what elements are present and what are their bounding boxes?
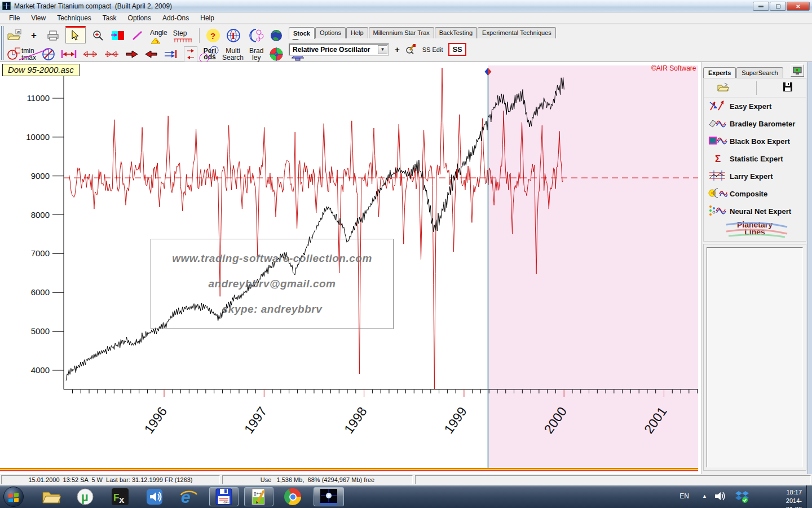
toolbar-grip[interactable] [1,26,4,60]
supersearch-button[interactable]: SS [448,43,466,56]
multi-search-button[interactable]: MultiSearch [222,46,244,62]
bradley-barometer-icon [708,117,727,132]
print-button[interactable] [46,28,60,43]
menubar: File View Techniques Task Options Add-On… [0,12,812,24]
expert-item-neural-net-expert[interactable]: Neural Net Expert [704,203,806,220]
taskbar-ie-icon[interactable]: e [177,488,201,506]
close-button[interactable]: ✕ [787,2,810,11]
y-tick-label: 11000 [27,93,50,103]
taskbar-editor-app-button[interactable]: []++ [244,487,273,506]
bradley-button[interactable]: Bradley [249,46,263,62]
year-label: 1997 [241,404,270,436]
angle-tool-button[interactable]: Angle [150,28,167,43]
ss-edit-label[interactable]: SS Edit [422,46,443,53]
tab-experts[interactable]: Experts [703,67,736,78]
target-button[interactable] [269,46,284,62]
shift-right-button[interactable] [125,46,139,62]
experts-panel: Experts SuperSearch Easy [701,62,807,474]
range-bars-arrow-button[interactable] [61,46,77,62]
help-tool-button[interactable]: ? [206,29,220,42]
contract-arrow-button[interactable] [104,46,120,62]
easy-expert-icon [708,99,727,115]
chart-file-label[interactable]: Dow 95-2000.asc [2,64,80,76]
start-button[interactable] [3,487,24,507]
taskbar-explorer-icon[interactable] [39,488,63,506]
menu-help[interactable]: Help [195,13,220,23]
step-tool-button[interactable]: Step [173,28,192,43]
periods-button[interactable]: Periods [203,46,217,62]
zoom-tool-button[interactable] [91,28,105,43]
menu-techniques[interactable]: Techniques [51,13,97,23]
oscillator-dropdown[interactable]: Relative Price Oscillator ▼ [289,43,389,56]
restore-button[interactable] [770,2,786,11]
tray-time: 18:17 [786,488,802,497]
bottom-stripe [0,469,698,471]
neural-net-expert-icon [708,204,727,219]
nudge-buttons[interactable] [184,46,197,62]
taskbar-market-trader-button[interactable] [314,487,344,506]
tray-date: 2014-01-30 [786,497,802,508]
dropdown-arrow-icon[interactable]: ▼ [378,45,387,54]
minimize-button[interactable] [753,2,769,11]
experts-list: Easy Expert Bradley Barometer Black Box … [703,78,806,242]
y-tick-label: 6000 [31,287,50,297]
edit-search-button[interactable] [405,43,417,56]
show-desktop-button[interactable] [806,485,812,508]
results-panel-body[interactable] [707,247,803,467]
expand-arrow-button[interactable] [82,46,98,62]
add-button[interactable]: + [27,28,41,43]
color-block-tool-button[interactable] [111,28,125,43]
tab-stock[interactable]: Stock [289,27,315,39]
save-expert-button[interactable] [783,82,793,94]
app-icon [2,2,11,10]
time-range-button[interactable]: tmintmax [7,46,36,62]
pointer-tool-button[interactable] [65,26,86,43]
expert-item-composite[interactable]: Composite [704,185,806,203]
bottom-stripe [0,470,698,471]
year-label: 1996 [141,404,170,436]
tray-language[interactable]: EN [679,492,689,500]
load-expert-button[interactable] [717,82,730,94]
goto-end-button[interactable] [164,46,178,62]
tab-help[interactable]: Help [346,27,368,38]
monitor-view-button[interactable] [791,64,804,77]
tab-millennium-star-trax[interactable]: Millennium Star Trax [369,27,434,38]
y-tick-label: 7000 [31,248,50,258]
client-area: 1100010000900080007000600050004000199619… [0,62,812,474]
moon-cycles-button[interactable] [247,28,264,43]
menu-file[interactable]: File [3,13,25,23]
svg-text:x: x [119,494,125,505]
menu-view[interactable]: View [25,13,51,23]
menu-addons[interactable]: Add-Ons [157,13,195,23]
taskbar-floppy-app-button[interactable]: -64- [209,487,239,506]
taskbar-utorrent-icon[interactable]: µ [73,488,97,506]
watermark-box: www.trading-software-collection.com andr… [151,239,394,329]
taskbar-chrome-icon[interactable] [281,488,304,506]
tab-backtesting[interactable]: BackTesting [435,27,477,38]
open-file-button[interactable]: w [7,28,21,43]
shift-left-button[interactable] [144,46,158,62]
taskbar-fx-icon[interactable]: Fx [108,488,132,506]
tray-expand-icon[interactable]: ▲ [702,493,707,499]
tray-volume-icon[interactable] [714,491,726,503]
tray-dropbox-icon[interactable] [735,490,749,505]
expert-item-planetary-lines[interactable]: Planetary Lines [704,221,806,236]
tab-options[interactable]: Options [315,27,346,38]
tab-supersearch[interactable]: SuperSearch [736,67,783,78]
chart-canvas[interactable]: 1100010000900080007000600050004000199619… [0,62,701,474]
expert-item-black-box-expert[interactable]: Black Box Expert [704,133,806,150]
expert-item-easy-expert[interactable]: Easy Expert [704,98,806,115]
cursor-diamond [484,68,488,76]
menu-task[interactable]: Task [97,13,122,23]
globe-button[interactable] [270,28,283,43]
time-globe-button[interactable]: T [226,28,241,43]
tab-experimental-techniques[interactable]: Experimental Techniques [478,27,556,38]
expert-item-statistic-expert[interactable]: Σ Statistic Expert [704,150,806,168]
tray-clock[interactable]: 18:17 2014-01-30 [786,488,802,508]
expert-item-larry-expert[interactable]: Larry Expert [704,168,806,185]
taskbar-volume-app-icon[interactable] [143,488,166,506]
add-oscillator-button[interactable]: + [395,45,400,54]
expert-item-bradley-barometer[interactable]: Bradley Barometer [704,115,806,133]
trendline-tool-button[interactable] [131,28,144,43]
menu-options[interactable]: Options [122,13,157,23]
